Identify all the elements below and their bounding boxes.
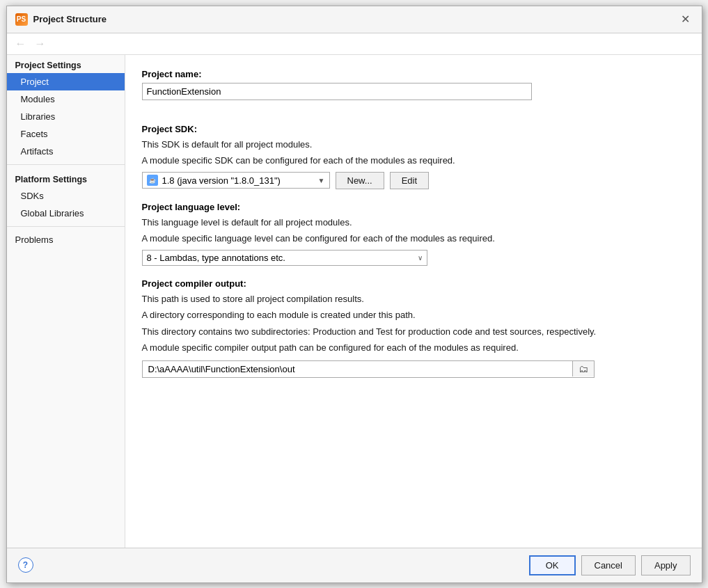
sidebar-item-problems[interactable]: Problems xyxy=(7,231,125,248)
main-content: Project name: Project SDK: This SDK is d… xyxy=(125,55,702,548)
dialog-title: Project Structure xyxy=(33,14,107,24)
sidebar-item-global-libraries[interactable]: Global Libraries xyxy=(7,205,125,222)
sidebar-item-sdks[interactable]: SDKs xyxy=(7,187,125,205)
platform-settings-header: Platform Settings xyxy=(7,169,125,187)
project-name-input[interactable] xyxy=(142,83,532,100)
sdk-edit-button[interactable]: Edit xyxy=(390,172,429,189)
sdk-new-button[interactable]: New... xyxy=(336,172,384,189)
ok-button[interactable]: OK xyxy=(529,555,576,575)
language-level-dropdown[interactable]: 8 - Lambdas, type annotations etc. ∨ xyxy=(142,250,427,266)
bottom-bar: ? OK Cancel Apply xyxy=(7,548,702,582)
close-button[interactable]: ✕ xyxy=(678,12,693,27)
project-name-label: Project name: xyxy=(142,69,685,79)
output-path-row: 🗂 xyxy=(142,360,595,378)
sidebar-item-project[interactable]: Project xyxy=(7,73,125,90)
title-bar: PS Project Structure ✕ xyxy=(7,6,702,33)
sidebar-item-modules[interactable]: Modules xyxy=(7,90,125,108)
footer-buttons: OK Cancel Apply xyxy=(529,555,691,575)
sdk-row: ☕ 1.8 (java version "1.8.0_131") ▼ New..… xyxy=(142,172,685,189)
project-settings-header: Project Settings xyxy=(7,55,125,73)
project-structure-dialog: PS Project Structure ✕ ← → Project Setti… xyxy=(6,6,702,583)
sdk-value: 1.8 (java version "1.8.0_131") xyxy=(162,175,281,186)
sdk-dropdown[interactable]: ☕ 1.8 (java version "1.8.0_131") ▼ xyxy=(142,172,330,189)
back-button[interactable]: ← xyxy=(13,36,29,51)
project-language-section: Project language level: This language le… xyxy=(142,202,685,266)
output-path-input[interactable] xyxy=(143,361,572,377)
compiler-desc1: This path is used to store all project c… xyxy=(142,292,685,306)
sdk-icon: ☕ xyxy=(147,175,158,186)
project-language-label: Project language level: xyxy=(142,202,685,212)
nav-bar: ← → xyxy=(7,33,702,55)
project-sdk-desc2: A module specific SDK can be configured … xyxy=(142,154,685,168)
forward-button[interactable]: → xyxy=(32,36,49,51)
sidebar-item-artifacts[interactable]: Artifacts xyxy=(7,143,125,160)
compiler-desc4: A module specific compiler output path c… xyxy=(142,341,685,355)
compiler-desc3: This directory contains two subdirectori… xyxy=(142,325,685,339)
folder-browse-button[interactable]: 🗂 xyxy=(572,361,594,376)
dialog-icon: PS xyxy=(15,13,28,26)
project-sdk-section: Project SDK: This SDK is default for all… xyxy=(142,124,685,189)
project-sdk-label: Project SDK: xyxy=(142,124,685,134)
project-language-desc1: This language level is default for all p… xyxy=(142,216,685,230)
project-name-section: Project name: xyxy=(142,69,685,111)
title-bar-left: PS Project Structure xyxy=(15,13,107,26)
project-compiler-section: Project compiler output: This path is us… xyxy=(142,278,685,378)
sdk-dropdown-arrow: ▼ xyxy=(318,177,325,184)
sidebar-divider-2 xyxy=(7,226,125,227)
sidebar-item-libraries[interactable]: Libraries xyxy=(7,108,125,125)
apply-button[interactable]: Apply xyxy=(641,555,691,575)
compiler-desc2: A directory corresponding to each module… xyxy=(142,308,685,322)
project-compiler-label: Project compiler output: xyxy=(142,278,685,289)
project-language-desc2: A module specific language level can be … xyxy=(142,232,685,246)
help-button[interactable]: ? xyxy=(18,557,33,573)
sidebar-divider xyxy=(7,164,125,165)
cancel-button[interactable]: Cancel xyxy=(581,555,636,575)
content-area: Project Settings Project Modules Librari… xyxy=(7,55,702,548)
sidebar: Project Settings Project Modules Librari… xyxy=(7,55,125,548)
language-dropdown-arrow: ∨ xyxy=(418,254,423,262)
language-level-value: 8 - Lambdas, type annotations etc. xyxy=(147,253,285,263)
project-sdk-desc1: This SDK is default for all project modu… xyxy=(142,138,685,152)
sidebar-item-facets[interactable]: Facets xyxy=(7,125,125,143)
